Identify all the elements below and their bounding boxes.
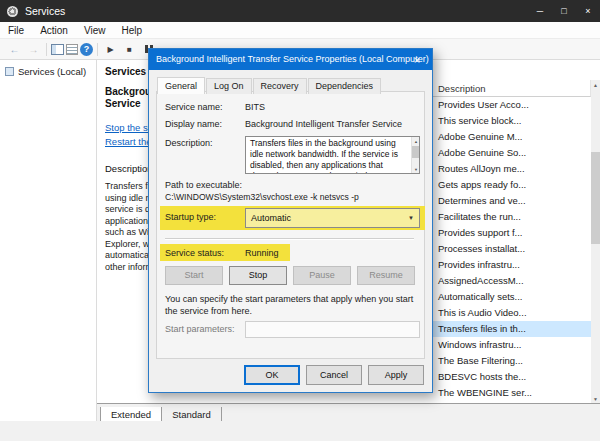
list-item[interactable]: The Base Filtering... bbox=[433, 353, 591, 369]
list-item[interactable]: The WBENGINE ser... bbox=[433, 385, 591, 401]
startup-type-label: Startup type: bbox=[165, 212, 216, 222]
list-item[interactable]: Transfers files in th... bbox=[433, 321, 591, 337]
dialog-separator bbox=[165, 238, 414, 240]
dialog-close-icon[interactable]: × bbox=[402, 49, 432, 70]
dialog-page-general: Service name: BITS Display name: Backgro… bbox=[156, 91, 425, 359]
tab-dependencies[interactable]: Dependencies bbox=[308, 78, 382, 94]
list-item[interactable]: This service block... bbox=[433, 113, 591, 129]
path-to-executable-label: Path to executable: bbox=[165, 180, 242, 190]
services-app-icon bbox=[7, 6, 18, 17]
start-service-icon[interactable]: ▶ bbox=[102, 41, 119, 57]
dialog-description-text: Transfers files in the background using … bbox=[246, 137, 419, 174]
menu-action[interactable]: Action bbox=[32, 22, 76, 39]
list-item[interactable]: Facilitates the run... bbox=[433, 209, 591, 225]
service-status-label: Service status: bbox=[165, 248, 224, 258]
help-icon[interactable]: ? bbox=[80, 43, 93, 56]
service-name-value: BITS bbox=[245, 102, 265, 112]
scrollbar-up-icon[interactable]: ▲ bbox=[591, 80, 600, 89]
list-item[interactable]: Determines and ve... bbox=[433, 193, 591, 209]
back-arrow-icon[interactable]: ← bbox=[6, 41, 23, 57]
apply-button[interactable]: Apply bbox=[368, 365, 424, 385]
tree-item-services-local[interactable]: Services (Local) bbox=[5, 66, 96, 77]
service-status-value: Running bbox=[245, 248, 279, 258]
resume-button: Resume bbox=[357, 266, 415, 285]
stop-service-icon[interactable]: ■ bbox=[121, 41, 138, 57]
list-item[interactable]: Gets apps ready fo... bbox=[433, 177, 591, 193]
start-params-label: Start parameters: bbox=[165, 324, 235, 334]
dialog-titlebar: Background Intelligent Transfer Service … bbox=[149, 49, 432, 70]
service-name-label: Service name: bbox=[165, 102, 223, 112]
dialog-title: Background Intelligent Transfer Service … bbox=[156, 49, 429, 70]
list-item[interactable]: This is Audio Video... bbox=[433, 305, 591, 321]
scrollbar-down-icon[interactable]: ▼ bbox=[591, 394, 600, 403]
list-item[interactable]: AssignedAccessM... bbox=[433, 273, 591, 289]
menu-view[interactable]: View bbox=[76, 22, 114, 39]
minimize-button[interactable]: ─ bbox=[528, 0, 552, 22]
scrollbar-thumb[interactable] bbox=[591, 152, 600, 244]
list-item[interactable]: Provides support f... bbox=[433, 225, 591, 241]
scrollbar-up-icon[interactable]: ▲ bbox=[412, 137, 420, 145]
startup-type-combobox[interactable]: Automatic ▼ bbox=[245, 208, 420, 228]
list-item[interactable]: Adobe Genuine So... bbox=[433, 145, 591, 161]
start-params-input bbox=[245, 321, 420, 338]
menu-help[interactable]: Help bbox=[113, 22, 150, 39]
dialog-tabs: GeneralLog OnRecoveryDependencies bbox=[157, 76, 382, 92]
stop-button[interactable]: Stop bbox=[229, 266, 287, 285]
list-scrollbar[interactable]: ▲ ▼ bbox=[591, 80, 600, 403]
description-scrollbar[interactable]: ▲ ▼ bbox=[411, 137, 419, 173]
console-tree-icon[interactable] bbox=[51, 44, 64, 55]
menu-bar: FileActionViewHelp bbox=[0, 22, 600, 39]
list-item[interactable]: Windows infrastru... bbox=[433, 337, 591, 353]
tree-panel: Services (Local) bbox=[0, 60, 97, 421]
dialog-description-box[interactable]: Transfers files in the background using … bbox=[245, 136, 420, 174]
startup-type-value: Automatic bbox=[251, 209, 291, 227]
list-item[interactable]: Processes installat... bbox=[433, 241, 591, 257]
services-list: Description Provides User Acco...This se… bbox=[433, 80, 591, 403]
display-name-value: Background Intelligent Transfer Service bbox=[245, 119, 402, 129]
view-tabs: ExtendedStandard bbox=[97, 403, 600, 421]
scrollbar-down-icon[interactable]: ▼ bbox=[412, 165, 420, 173]
services-root-icon bbox=[5, 67, 14, 76]
maximize-button[interactable]: □ bbox=[552, 0, 576, 22]
list-item[interactable]: Routes AllJoyn me... bbox=[433, 161, 591, 177]
list-item[interactable]: BDESVC hosts the... bbox=[433, 369, 591, 385]
tab-log-on[interactable]: Log On bbox=[206, 78, 252, 94]
display-name-label: Display name: bbox=[165, 119, 222, 129]
start-params-note: You can specify the start parameters tha… bbox=[165, 294, 417, 317]
list-item[interactable]: Adobe Genuine M... bbox=[433, 129, 591, 145]
toolbar-separator bbox=[97, 43, 98, 56]
pause-button: Pause bbox=[293, 266, 351, 285]
ok-button[interactable]: OK bbox=[244, 365, 300, 385]
window-controls: ─ □ × bbox=[528, 0, 600, 22]
cancel-button[interactable]: Cancel bbox=[306, 365, 362, 385]
menu-file[interactable]: File bbox=[0, 22, 32, 39]
start-button: Start bbox=[165, 266, 223, 285]
export-list-icon[interactable] bbox=[66, 44, 78, 55]
list-item[interactable]: Provides User Acco... bbox=[433, 97, 591, 113]
bottom-strip bbox=[0, 421, 600, 441]
tree-item-label: Services (Local) bbox=[18, 66, 86, 77]
services-list-rows: Provides User Acco...This service block.… bbox=[433, 97, 591, 403]
toolbar-separator bbox=[46, 43, 47, 56]
forward-arrow-icon[interactable]: → bbox=[25, 41, 42, 57]
close-button[interactable]: × bbox=[576, 0, 600, 22]
services-app: Services ─ □ × FileActionViewHelp ←→?▶■ … bbox=[0, 0, 600, 441]
tab-general[interactable]: General bbox=[157, 77, 205, 94]
path-to-executable-value: C:\WINDOWS\System32\svchost.exe -k netsv… bbox=[165, 192, 359, 202]
column-header-description[interactable]: Description bbox=[433, 80, 591, 97]
list-item[interactable]: Automatically sets... bbox=[433, 289, 591, 305]
tab-recovery[interactable]: Recovery bbox=[253, 78, 307, 94]
window-title: Services bbox=[25, 5, 65, 17]
properties-dialog: Background Intelligent Transfer Service … bbox=[148, 48, 433, 393]
title-bar: Services ─ □ × bbox=[0, 0, 600, 22]
dialog-description-label: Description: bbox=[165, 138, 213, 148]
list-item[interactable]: Provides infrastru... bbox=[433, 257, 591, 273]
chevron-down-icon[interactable]: ▼ bbox=[403, 209, 419, 227]
scrollbar-thumb[interactable] bbox=[412, 146, 420, 158]
